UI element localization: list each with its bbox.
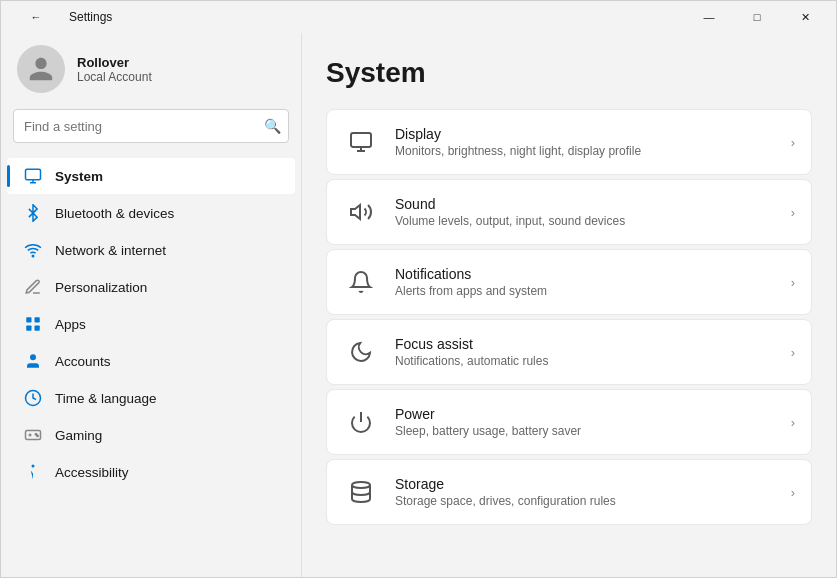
notifications-desc: Alerts from apps and system	[395, 284, 775, 298]
sound-desc: Volume levels, output, input, sound devi…	[395, 214, 775, 228]
focus-title: Focus assist	[395, 336, 775, 352]
storage-icon	[343, 474, 379, 510]
notifications-chevron: ›	[791, 275, 795, 290]
svg-point-3	[32, 255, 34, 257]
power-desc: Sleep, battery usage, battery saver	[395, 424, 775, 438]
svg-point-19	[352, 482, 370, 488]
network-icon	[23, 240, 43, 260]
focus-chevron: ›	[791, 345, 795, 360]
sidebar-item-accounts[interactable]: Accounts	[7, 343, 295, 379]
svg-rect-4	[26, 317, 31, 322]
focus-icon	[343, 334, 379, 370]
sidebar-label-apps: Apps	[55, 317, 86, 332]
sidebar-label-gaming: Gaming	[55, 428, 102, 443]
sidebar-label-accessibility: Accessibility	[55, 465, 129, 480]
nav-list: System Bluetooth & devices	[1, 155, 301, 577]
gaming-icon	[23, 425, 43, 445]
svg-rect-5	[35, 317, 40, 322]
display-chevron: ›	[791, 135, 795, 150]
accounts-icon	[23, 351, 43, 371]
svg-rect-7	[35, 326, 40, 331]
power-text: Power Sleep, battery usage, battery save…	[395, 406, 775, 438]
sidebar-item-personalization[interactable]: Personalization	[7, 269, 295, 305]
storage-desc: Storage space, drives, configuration rul…	[395, 494, 775, 508]
user-section: Rollover Local Account	[1, 33, 301, 109]
sidebar-label-accounts: Accounts	[55, 354, 111, 369]
focus-text: Focus assist Notifications, automatic ru…	[395, 336, 775, 368]
sidebar-item-apps[interactable]: Apps	[7, 306, 295, 342]
settings-item-sound[interactable]: Sound Volume levels, output, input, soun…	[326, 179, 812, 245]
bluetooth-icon	[23, 203, 43, 223]
settings-item-power[interactable]: Power Sleep, battery usage, battery save…	[326, 389, 812, 455]
page-title: System	[326, 57, 812, 89]
user-info: Rollover Local Account	[77, 55, 152, 84]
content-area: Rollover Local Account 🔍	[1, 33, 836, 577]
svg-point-12	[37, 435, 39, 437]
titlebar-title: Settings	[69, 10, 112, 24]
search-input[interactable]	[13, 109, 289, 143]
focus-desc: Notifications, automatic rules	[395, 354, 775, 368]
titlebar: ← Settings — □ ✕	[1, 1, 836, 33]
sidebar-item-bluetooth[interactable]: Bluetooth & devices	[7, 195, 295, 231]
settings-list: Display Monitors, brightness, night ligh…	[326, 109, 812, 525]
storage-text: Storage Storage space, drives, configura…	[395, 476, 775, 508]
sidebar-item-gaming[interactable]: Gaming	[7, 417, 295, 453]
titlebar-controls: — □ ✕	[686, 1, 828, 33]
sidebar-label-time: Time & language	[55, 391, 157, 406]
close-button[interactable]: ✕	[782, 1, 828, 33]
sidebar-label-personalization: Personalization	[55, 280, 147, 295]
svg-point-13	[32, 465, 35, 468]
user-account-type: Local Account	[77, 70, 152, 84]
storage-chevron: ›	[791, 485, 795, 500]
back-button[interactable]: ←	[13, 1, 59, 33]
sidebar-label-network: Network & internet	[55, 243, 166, 258]
display-desc: Monitors, brightness, night light, displ…	[395, 144, 775, 158]
svg-rect-0	[26, 169, 41, 180]
notifications-icon	[343, 264, 379, 300]
sound-chevron: ›	[791, 205, 795, 220]
user-name: Rollover	[77, 55, 152, 70]
search-box: 🔍	[13, 109, 289, 143]
settings-item-notifications[interactable]: Notifications Alerts from apps and syste…	[326, 249, 812, 315]
search-icon: 🔍	[264, 118, 281, 134]
sidebar-item-system[interactable]: System	[7, 158, 295, 194]
power-chevron: ›	[791, 415, 795, 430]
svg-rect-6	[26, 326, 31, 331]
titlebar-left: ← Settings	[13, 1, 112, 33]
display-icon	[343, 124, 379, 160]
sidebar-item-time[interactable]: Time & language	[7, 380, 295, 416]
accessibility-icon	[23, 462, 43, 482]
power-icon	[343, 404, 379, 440]
settings-window: ← Settings — □ ✕ Rollover Local Account	[0, 0, 837, 578]
svg-rect-14	[351, 133, 371, 147]
notifications-title: Notifications	[395, 266, 775, 282]
apps-icon	[23, 314, 43, 334]
system-icon	[23, 166, 43, 186]
time-icon	[23, 388, 43, 408]
maximize-button[interactable]: □	[734, 1, 780, 33]
settings-item-display[interactable]: Display Monitors, brightness, night ligh…	[326, 109, 812, 175]
storage-title: Storage	[395, 476, 775, 492]
sidebar-item-accessibility[interactable]: Accessibility	[7, 454, 295, 490]
power-title: Power	[395, 406, 775, 422]
sidebar-label-system: System	[55, 169, 103, 184]
main-content: System Display Monitors, brightness, nig…	[302, 33, 836, 577]
minimize-button[interactable]: —	[686, 1, 732, 33]
settings-item-storage[interactable]: Storage Storage space, drives, configura…	[326, 459, 812, 525]
avatar	[17, 45, 65, 93]
personalization-icon	[23, 277, 43, 297]
svg-point-8	[30, 354, 36, 360]
sidebar-item-network[interactable]: Network & internet	[7, 232, 295, 268]
settings-item-focus[interactable]: Focus assist Notifications, automatic ru…	[326, 319, 812, 385]
notifications-text: Notifications Alerts from apps and syste…	[395, 266, 775, 298]
sound-text: Sound Volume levels, output, input, soun…	[395, 196, 775, 228]
display-text: Display Monitors, brightness, night ligh…	[395, 126, 775, 158]
sidebar-label-bluetooth: Bluetooth & devices	[55, 206, 174, 221]
display-title: Display	[395, 126, 775, 142]
svg-marker-17	[351, 205, 360, 219]
sidebar: Rollover Local Account 🔍	[1, 33, 301, 577]
sound-icon	[343, 194, 379, 230]
sound-title: Sound	[395, 196, 775, 212]
